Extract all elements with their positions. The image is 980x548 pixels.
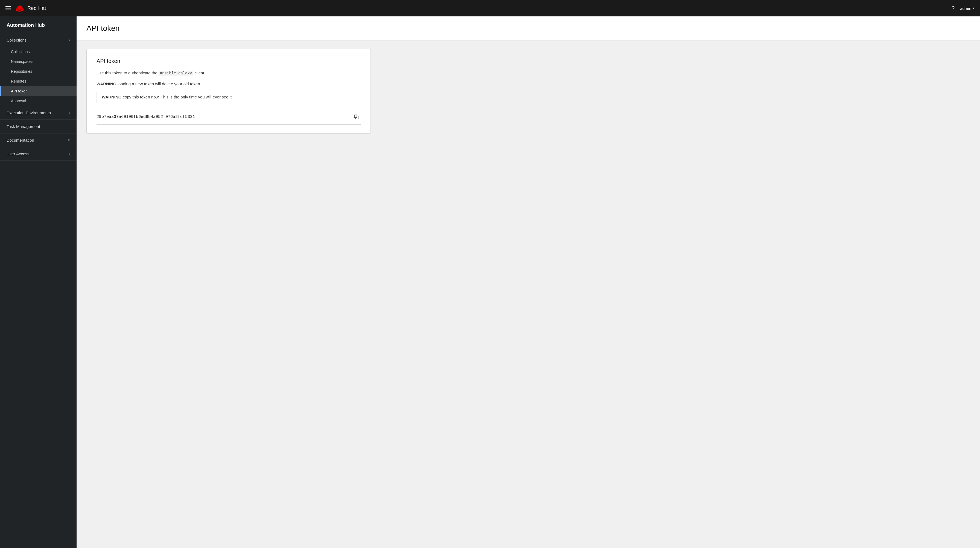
sidebar-item-remotes[interactable]: Remotes <box>0 76 76 86</box>
sidebar-exec-env-label: Execution Environments <box>6 110 51 115</box>
card-description: Use this token to authenticate the ansib… <box>97 70 361 76</box>
user-menu[interactable]: admin ▾ <box>960 6 975 11</box>
copy-token-button[interactable] <box>352 113 361 121</box>
warning-label-2: WARNING <box>102 95 122 99</box>
warning-text-1: WARNING loading a new token will delete … <box>97 81 361 87</box>
sidebar-section-documentation: Documentation ↗ <box>0 134 76 147</box>
sidebar-item-approval[interactable]: Approval <box>0 96 76 106</box>
collections-chevron-icon: ▾ <box>68 38 70 42</box>
warning-inner-box: WARNING copy this token now. This is the… <box>97 92 361 102</box>
sidebar-section-task-management: Task Management <box>0 120 76 134</box>
sidebar-collections-label: Collections <box>6 38 27 42</box>
sidebar-collections-header[interactable]: Collections ▾ <box>0 33 76 47</box>
page-title: API token <box>86 24 970 33</box>
token-row: 29b7eaa37a69190fb6ed9b4a952f076a2fcf5331 <box>97 109 361 125</box>
api-token-card: API token Use this token to authenticate… <box>86 49 371 134</box>
topbar: Red Hat ? admin ▾ <box>0 0 980 16</box>
brand-name: Red Hat <box>27 5 46 11</box>
sidebar-section-user-access: User Access › <box>0 147 76 161</box>
sidebar-item-user-access[interactable]: User Access › <box>0 147 76 161</box>
redhat-logo-icon <box>15 3 25 13</box>
username-label: admin <box>960 6 971 11</box>
sidebar-section-execution-environments: Execution Environments › <box>0 106 76 120</box>
warning-text-2: WARNING copy this token now. This is the… <box>102 94 356 100</box>
sidebar-brand: Automation Hub <box>0 16 76 33</box>
collections-subnav: Collections Namespaces Repositories Remo… <box>0 47 76 106</box>
card-desc-code: ansible-galaxy <box>159 71 194 76</box>
card-desc-text: Use this token to authenticate the <box>97 70 159 75</box>
sidebar: Automation Hub Collections ▾ Collections… <box>0 16 76 548</box>
sidebar-item-collections[interactable]: Collections <box>0 47 76 57</box>
topbar-left: Red Hat <box>5 3 46 13</box>
card-title: API token <box>97 58 361 64</box>
app-body: Automation Hub Collections ▾ Collections… <box>0 16 980 548</box>
user-access-chevron-icon: › <box>69 152 70 156</box>
sidebar-item-api-token[interactable]: API token <box>0 86 76 96</box>
svg-rect-4 <box>355 115 357 118</box>
svg-point-2 <box>18 5 22 9</box>
warning-text-2-suffix: copy this token now. This is the only ti… <box>122 95 233 99</box>
page-body: API token Use this token to authenticate… <box>76 41 980 142</box>
card-desc-suffix: client. <box>193 70 205 75</box>
token-value: 29b7eaa37a69190fb6ed9b4a952f076a2fcf5331 <box>97 115 348 119</box>
main-content: API token API token Use this token to au… <box>76 16 980 548</box>
sidebar-execution-environments-header[interactable]: Execution Environments › <box>0 106 76 119</box>
external-link-icon: ↗ <box>67 138 70 142</box>
sidebar-item-task-management[interactable]: Task Management <box>0 120 76 133</box>
warning-label-1: WARNING <box>97 81 116 86</box>
sidebar-item-repositories[interactable]: Repositories <box>0 67 76 76</box>
copy-icon <box>353 114 359 119</box>
user-menu-caret-icon: ▾ <box>973 6 975 10</box>
exec-env-chevron-icon: › <box>69 111 70 115</box>
sidebar-item-namespaces[interactable]: Namespaces <box>0 57 76 67</box>
brand: Red Hat <box>15 3 46 13</box>
sidebar-item-documentation[interactable]: Documentation ↗ <box>0 134 76 147</box>
hamburger-menu-button[interactable] <box>5 6 11 10</box>
help-icon[interactable]: ? <box>951 5 955 11</box>
sidebar-section-collections: Collections ▾ Collections Namespaces Rep… <box>0 33 76 106</box>
topbar-right: ? admin ▾ <box>951 5 975 11</box>
page-header: API token <box>76 16 980 41</box>
